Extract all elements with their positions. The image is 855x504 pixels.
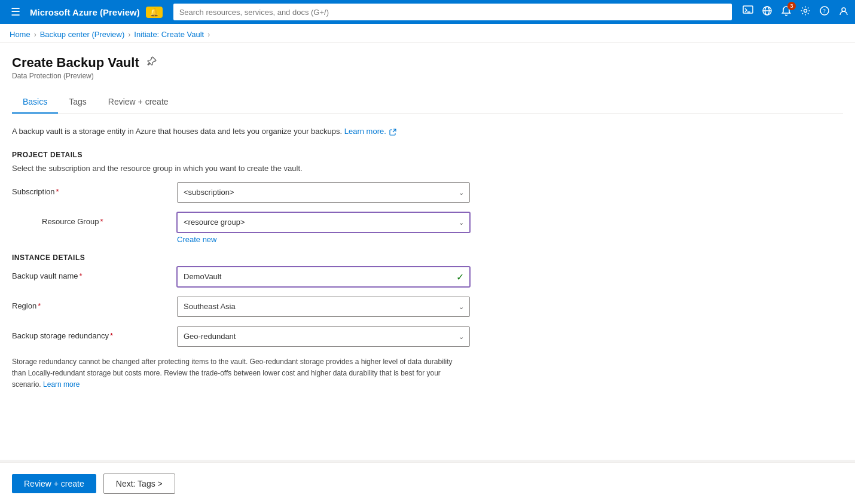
pin-icon[interactable] — [146, 56, 157, 70]
svg-text:?: ? — [823, 7, 826, 14]
page-title-row: Create Backup Vault — [12, 55, 843, 71]
nav-icon-group: 3 ? — [743, 5, 849, 19]
user-avatar-icon[interactable] — [838, 5, 849, 19]
redundancy-label: Backup storage redundancy* — [12, 326, 167, 340]
notification-badge-icon[interactable]: 🔔 — [146, 7, 163, 18]
subscription-select-wrapper: <subscription> ⌄ — [177, 182, 470, 203]
help-icon[interactable]: ? — [819, 5, 830, 19]
hamburger-menu-icon[interactable]: ☰ — [6, 3, 25, 21]
region-select[interactable]: Southeast Asia East US West US West Euro… — [177, 297, 470, 317]
subscription-required: * — [56, 187, 59, 196]
vault-name-input[interactable] — [177, 267, 470, 287]
breadcrumb-create-vault[interactable]: Initiate: Create Vault — [134, 30, 204, 39]
tab-basics[interactable]: Basics — [12, 91, 58, 114]
vault-name-label: Backup vault name* — [12, 267, 167, 280]
vault-name-input-wrapper: ✓ — [177, 267, 470, 287]
vault-name-check-icon: ✓ — [456, 271, 464, 282]
create-new-link[interactable]: Create new — [177, 235, 216, 244]
vault-name-row: Backup vault name* ✓ — [12, 267, 843, 287]
breadcrumb-backup-center[interactable]: Backup center (Preview) — [40, 30, 125, 39]
tab-review-create[interactable]: Review + create — [97, 91, 179, 114]
redundancy-row: Backup storage redundancy* Geo-redundant… — [12, 326, 843, 347]
app-title: Microsoft Azure (Preview) — [30, 7, 140, 17]
svg-point-8 — [842, 8, 845, 11]
vault-name-required: * — [80, 271, 83, 280]
global-search-input[interactable] — [173, 4, 732, 20]
breadcrumb: Home › Backup center (Preview) › Initiat… — [0, 24, 855, 43]
redundancy-select-wrapper: Geo-redundant Locally-redundant Zone-red… — [177, 326, 470, 347]
redundancy-select[interactable]: Geo-redundant Locally-redundant Zone-red… — [177, 326, 470, 347]
project-details-desc: Select the subscription and the resource… — [12, 164, 843, 173]
breadcrumb-sep-1: › — [34, 30, 36, 39]
tab-bar: Basics Tags Review + create — [12, 91, 843, 114]
subscription-label: Subscription* — [12, 182, 167, 196]
directory-icon[interactable] — [762, 5, 772, 19]
svg-point-5 — [804, 10, 807, 13]
breadcrumb-sep-2: › — [128, 30, 130, 39]
region-required: * — [38, 301, 41, 310]
page-subtitle: Data Protection (Preview) — [12, 72, 843, 80]
external-link-icon — [389, 129, 396, 136]
project-details-header: PROJECT DETAILS — [12, 151, 843, 159]
top-navigation: ☰ Microsoft Azure (Preview) 🔔 3 ? — [0, 0, 855, 24]
subscription-row: Subscription* <subscription> ⌄ — [12, 182, 843, 203]
subscription-select[interactable]: <subscription> — [177, 182, 470, 203]
resource-group-select[interactable]: <resource group> — [177, 212, 470, 233]
notifications-icon[interactable]: 3 — [781, 5, 792, 19]
cloud-shell-icon[interactable] — [743, 5, 753, 19]
page-title: Create Backup Vault — [12, 55, 139, 71]
region-select-wrapper: Southeast Asia East US West US West Euro… — [177, 297, 470, 317]
resource-group-select-wrapper: <resource group> ⌄ — [177, 212, 470, 233]
instance-details-header: INSTANCE DETAILS — [12, 253, 843, 262]
settings-icon[interactable] — [800, 5, 811, 19]
redundancy-required: * — [110, 331, 113, 340]
resource-group-row: Resource Group* <resource group> ⌄ Creat… — [12, 212, 843, 244]
redundancy-info-text: Storage redundancy cannot be changed aft… — [12, 356, 454, 391]
breadcrumb-sep-3: › — [207, 30, 210, 39]
notification-count: 3 — [787, 2, 796, 10]
resource-group-label: Resource Group* — [42, 212, 167, 226]
tab-tags[interactable]: Tags — [58, 91, 97, 114]
description-text: A backup vault is a storage entity in Az… — [12, 126, 843, 138]
redundancy-learn-more-link[interactable]: Learn more — [43, 380, 80, 389]
learn-more-link[interactable]: Learn more. — [344, 127, 386, 136]
resource-group-required: * — [100, 217, 103, 226]
main-content: Create Backup Vault Data Protection (Pre… — [0, 43, 855, 460]
region-label: Region* — [12, 297, 167, 310]
region-row: Region* Southeast Asia East US West US W… — [12, 297, 843, 317]
breadcrumb-home[interactable]: Home — [10, 30, 30, 39]
